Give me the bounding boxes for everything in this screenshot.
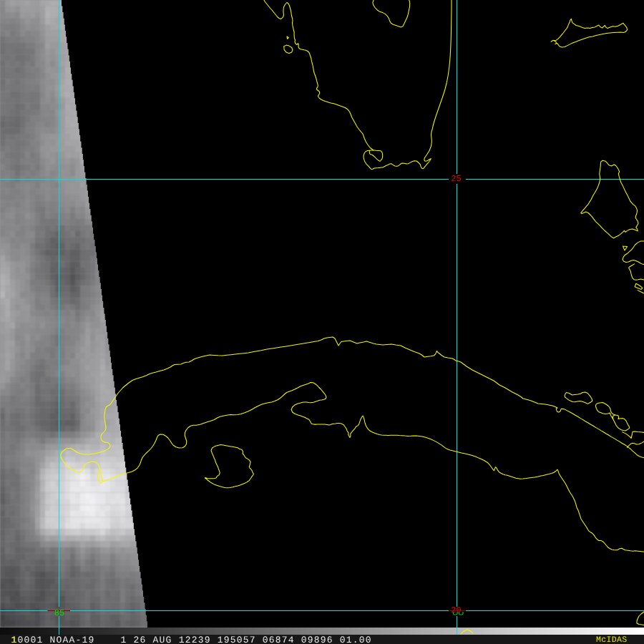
svg-text:20: 20 [451,605,461,615]
svg-text:McIDAS: McIDAS [596,635,628,644]
svg-text:1: 1 [11,635,17,644]
svg-text:10001 NOAA-19 1 26 AUG 1223: 10001 NOAA-19 1 26 AUG 12239 195057 0687… [11,635,372,644]
svg-text:25: 25 [451,174,461,184]
svg-text:85: 85 [54,608,64,618]
